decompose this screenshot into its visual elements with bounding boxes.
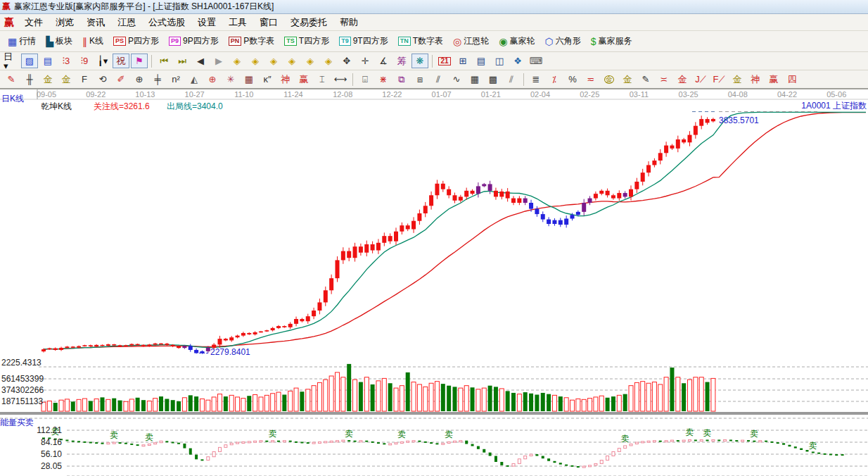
last-bar-button[interactable]: ⏭ bbox=[174, 54, 191, 68]
j-line-button[interactable]: J⟋ bbox=[692, 72, 709, 87]
chart-canvas[interactable]: 09-0509-2210-1310-2711-1011-2412-0812-22… bbox=[0, 89, 868, 476]
gold-pen-button[interactable]: 金 bbox=[729, 72, 746, 87]
ruler-button[interactable]: ╫ bbox=[21, 72, 38, 87]
winner-service-button[interactable]: $赢家服务 bbox=[586, 34, 637, 49]
si-line-icon: 四 bbox=[788, 75, 797, 84]
t-square-button[interactable]: TST四方形 bbox=[279, 34, 334, 49]
diamond-left-button[interactable]: ◈ bbox=[229, 54, 245, 68]
si-line-button[interactable]: 四 bbox=[784, 72, 800, 87]
angle-mirror-button[interactable]: ◭ bbox=[186, 72, 203, 87]
9p-square-button[interactable]: P99P四方形 bbox=[164, 34, 224, 49]
sectors-button[interactable]: ▙板块 bbox=[41, 34, 77, 49]
fan-lines-button[interactable]: ⋇ bbox=[375, 72, 392, 87]
bars-9-button[interactable]: ⫶9 bbox=[76, 54, 93, 68]
gold-lines-button[interactable]: 金 bbox=[619, 72, 636, 87]
notes-button[interactable]: ▤ bbox=[473, 54, 490, 68]
hash-ruler-button[interactable]: ╪ bbox=[149, 72, 166, 87]
diamond-right-button[interactable]: ◈ bbox=[247, 54, 264, 68]
measure-arrow-button[interactable]: ⟷ bbox=[332, 72, 349, 87]
pencil-lines-button[interactable]: ⫽ bbox=[430, 72, 447, 87]
menu-item-7[interactable]: 窗口 bbox=[253, 15, 284, 30]
candle-dropdown-button[interactable]: ╽▾ bbox=[94, 54, 111, 68]
diamond-both-button[interactable]: ◈ bbox=[265, 54, 282, 68]
ying-line-button[interactable]: 赢 bbox=[765, 72, 782, 87]
chips-view-button[interactable]: 祝 bbox=[113, 54, 129, 68]
grid-b-button[interactable]: ▩ bbox=[485, 72, 502, 87]
menu-item-2[interactable]: 资讯 bbox=[80, 15, 111, 30]
info-panel-button[interactable]: ▤ bbox=[39, 54, 56, 68]
menu-item-1[interactable]: 浏览 bbox=[49, 15, 80, 30]
remote-pc-button[interactable]: ⌨ bbox=[528, 54, 544, 68]
shen-tool-button[interactable]: 神 bbox=[277, 72, 294, 87]
ying-tool-button[interactable]: 赢 bbox=[295, 72, 312, 87]
menu-item-3[interactable]: 江恩 bbox=[111, 15, 142, 30]
crosshair-tool-button[interactable]: ✛ bbox=[357, 54, 374, 68]
calculator-button[interactable]: ⊞ bbox=[454, 54, 471, 68]
9t-square-button[interactable]: T99T四方形 bbox=[334, 34, 393, 49]
winner-wheel-button[interactable]: ◉赢家轮 bbox=[494, 34, 540, 49]
grid-a-button[interactable]: ▦ bbox=[466, 72, 483, 87]
ruler-123-button[interactable]: ⌶ bbox=[314, 72, 331, 87]
bars-3-button[interactable]: ⫶3 bbox=[58, 54, 75, 68]
star-burst-button[interactable]: ✳ bbox=[222, 72, 239, 87]
gann-wheel-button[interactable]: ◎江恩轮 bbox=[448, 34, 494, 49]
k-quote-button[interactable]: ĸ″ bbox=[259, 72, 276, 87]
diamond-star-button[interactable]: ◈ bbox=[302, 54, 319, 68]
first-bar-button[interactable]: ⏮ bbox=[155, 54, 172, 68]
window-layout-button[interactable]: ▨ bbox=[21, 54, 38, 68]
kline-button[interactable]: ∥K线 bbox=[77, 34, 108, 49]
menu-item-5[interactable]: 设置 bbox=[191, 15, 222, 30]
gold-channel-button[interactable]: 金 bbox=[674, 72, 691, 87]
spiral-tool-button[interactable]: ⟲ bbox=[94, 72, 111, 87]
quotes-button[interactable]: ▦行情 bbox=[3, 34, 41, 49]
menu-item-8[interactable]: 交易委托 bbox=[284, 15, 333, 30]
percent-red-button[interactable]: ⁒ bbox=[546, 72, 563, 87]
network-button[interactable]: ❖ bbox=[509, 54, 526, 68]
gold-circle-button[interactable]: 金 bbox=[601, 72, 618, 87]
target-circle-button[interactable]: ⊕ bbox=[204, 72, 221, 87]
chips-tool-button[interactable]: 筹 bbox=[393, 54, 410, 68]
menu-item-9[interactable]: 帮助 bbox=[333, 15, 364, 30]
n2-ruler-button[interactable]: n² bbox=[167, 72, 184, 87]
percent-button[interactable]: % bbox=[564, 72, 581, 87]
pen-ruler-button[interactable]: ✐ bbox=[113, 72, 129, 87]
box-tool-button[interactable]: ⌻ bbox=[357, 72, 374, 87]
hexagon-button[interactable]: ⬡六角形 bbox=[540, 34, 585, 49]
dark-box-button[interactable]: ⧈ bbox=[411, 72, 428, 87]
flag-chart-button[interactable]: ⚑ bbox=[131, 54, 148, 68]
t-number-table-button[interactable]: TNT数字表 bbox=[393, 34, 448, 49]
circle-ruler-button[interactable]: ⊕ bbox=[131, 72, 148, 87]
gold-ruler-1-button[interactable]: 金 bbox=[39, 72, 56, 87]
grid-center-button[interactable]: ▦ bbox=[241, 72, 257, 87]
f-ruler-button[interactable]: F bbox=[76, 72, 93, 87]
save-button[interactable]: ◫ bbox=[491, 54, 508, 68]
j-line-icon: J⟋ bbox=[695, 75, 706, 84]
shen-line-button[interactable]: 神 bbox=[747, 72, 764, 87]
trendline-tool-button[interactable]: ∡ bbox=[375, 54, 392, 68]
purple-box-button[interactable]: ⧉ bbox=[393, 72, 410, 87]
percent-lines-button[interactable]: ≂ bbox=[582, 72, 599, 87]
period-label[interactable]: 日K线 bbox=[1, 93, 24, 105]
gold-ruler-2-button[interactable]: 金 bbox=[58, 72, 75, 87]
period-dropdown-button[interactable]: 日 ▾ bbox=[3, 54, 20, 68]
menu-item-0[interactable]: 文件 bbox=[18, 15, 49, 30]
parallel-lines-button[interactable]: ⫽ bbox=[503, 72, 520, 87]
p-square-button[interactable]: PSP四方形 bbox=[108, 34, 164, 49]
hand-tool-button[interactable]: ✥ bbox=[338, 54, 355, 68]
price-ladder-button[interactable]: ≣ bbox=[528, 72, 544, 87]
brush-pen-button[interactable]: ✎ bbox=[637, 72, 654, 87]
analysis-brain-button[interactable]: ❋ bbox=[411, 54, 428, 68]
menu-item-4[interactable]: 公式选股 bbox=[142, 15, 191, 30]
menu-item-6[interactable]: 工具 bbox=[222, 15, 253, 30]
diamond-x-button[interactable]: ◈ bbox=[283, 54, 300, 68]
zigzag-lines-button[interactable]: ∿ bbox=[448, 72, 465, 87]
f-line-button[interactable]: F⟋ bbox=[710, 72, 727, 87]
avg-lines-button[interactable]: ≍ bbox=[656, 72, 672, 87]
next-bar-button[interactable]: ▶ bbox=[210, 54, 227, 68]
diamond-plus-button[interactable]: ◈ bbox=[320, 54, 337, 68]
pen-knife-button[interactable]: ✎ bbox=[3, 72, 20, 87]
prev-bar-button[interactable]: ◀ bbox=[192, 54, 209, 68]
svg-text:12-22: 12-22 bbox=[382, 90, 402, 99]
calendar-button[interactable]: 21 bbox=[436, 54, 453, 68]
p-number-table-button[interactable]: PNP数字表 bbox=[224, 34, 280, 49]
